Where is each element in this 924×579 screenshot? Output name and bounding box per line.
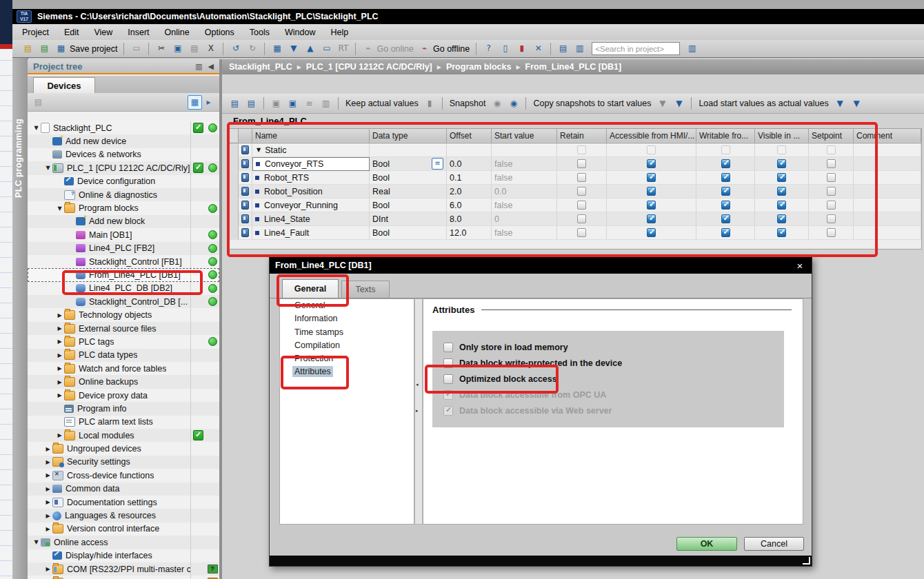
cancel-button[interactable]: Cancel [744, 537, 804, 551]
upload-from-device-icon[interactable]: ▲ [303, 42, 317, 55]
keep-actual-values-icon[interactable]: ▮ [423, 97, 437, 110]
project-library-icon[interactable]: ▥ [685, 42, 699, 55]
menu-help[interactable]: Help [330, 28, 348, 37]
dialog-tab-general[interactable]: General [282, 279, 339, 298]
tree-item-program-blocks[interactable]: ▼Program blocks [28, 201, 219, 214]
cell-start-value[interactable]: 0 [492, 212, 557, 226]
tree-item-plc-tags[interactable]: ▶PLC tags [28, 335, 219, 348]
dialog-nav-information[interactable]: Information [280, 312, 414, 325]
expander-icon[interactable]: ▶ [43, 526, 52, 532]
setpoint-checkbox[interactable] [827, 145, 836, 154]
load-all-start-values-icon[interactable]: ▼ [850, 97, 864, 110]
cell-name[interactable]: Conveyor_Running [252, 199, 370, 212]
go-offline-button[interactable]: ⌁Go offline [417, 42, 471, 55]
menu-tools[interactable]: Tools [250, 28, 270, 37]
columns-icon[interactable]: ▥ [195, 62, 202, 71]
compile-icon[interactable]: ▦ [270, 42, 284, 55]
writable-hmi-checkbox[interactable] [721, 187, 730, 196]
tree-item-device-configuration[interactable]: Device configuration [28, 175, 219, 188]
cell-name[interactable]: Line4_State [252, 212, 370, 226]
visible-hmi-checkbox[interactable] [777, 159, 786, 168]
accessible-hmi-checkbox[interactable] [647, 173, 656, 182]
row-selector[interactable] [229, 185, 239, 199]
cell-data-type[interactable] [370, 143, 447, 157]
load-start-as-actual-icon[interactable]: ▼ [833, 97, 847, 110]
tree-item-display-hide-interfaces[interactable]: Display/hide interfaces [28, 549, 219, 562]
cell-offset[interactable]: 8.0 [447, 212, 492, 226]
visible-hmi-checkbox[interactable] [777, 201, 786, 210]
cell-data-type[interactable]: DInt [370, 212, 447, 226]
cell-comment[interactable] [854, 171, 921, 185]
tree-item-plc-alarm-text-lists[interactable]: PLC alarm text lists [28, 416, 219, 429]
expander-icon[interactable]: ▼ [32, 125, 41, 131]
cell-data-type[interactable]: Bool≡ [370, 157, 447, 171]
expander-icon[interactable]: ▶ [43, 446, 52, 452]
expander-icon[interactable]: ▶ [55, 325, 64, 332]
close-icon[interactable]: × [794, 260, 806, 272]
insert-row-icon[interactable]: ▤ [228, 97, 242, 110]
menu-window[interactable]: Window [285, 28, 315, 37]
cell-offset[interactable]: 0.1 [447, 171, 492, 185]
menu-insert[interactable]: Insert [128, 28, 149, 37]
retain-checkbox[interactable] [577, 201, 586, 210]
cell-data-type[interactable]: Real [370, 185, 447, 199]
tree-item-from-line4-plc-db1[interactable]: From_Line4_PLC [DB1] [28, 268, 219, 281]
cell-comment[interactable] [854, 212, 921, 226]
menu-online[interactable]: Online [165, 28, 190, 37]
writable-hmi-checkbox[interactable] [721, 214, 730, 223]
insert-row-below-icon[interactable]: ▤ [244, 97, 259, 110]
expander-icon[interactable]: ▶ [55, 379, 64, 385]
cell-comment[interactable] [854, 226, 921, 240]
cell-name[interactable]: Robot_RTS [252, 171, 370, 185]
accessible-hmi-checkbox[interactable] [647, 201, 656, 210]
breadcrumb-program-blocks[interactable]: Program blocks [446, 62, 511, 72]
tree-item-local-modules[interactable]: ▶Local modules [28, 429, 219, 442]
start-cpu-icon[interactable]: ▭ [319, 42, 334, 55]
undo-icon[interactable]: ↺ [228, 42, 243, 55]
tree-item-online-diagnostics[interactable]: Online & diagnostics [28, 188, 219, 201]
breadcrumb-stacklight-plc[interactable]: Stacklight_PLC [229, 62, 292, 72]
cell-name[interactable]: Robot_Position [252, 185, 370, 199]
menu-view[interactable]: View [94, 28, 112, 37]
cell-offset[interactable]: 6.0 [447, 199, 492, 212]
tree-item-online-backups[interactable]: ▶Online backups [28, 375, 219, 388]
tab-devices[interactable]: Devices [33, 77, 95, 94]
row-selector[interactable] [229, 226, 239, 240]
cell-data-type[interactable]: Bool [370, 171, 447, 185]
cell-name[interactable]: Conveyor_RTS [252, 157, 370, 171]
tree-item-stacklight-control-db[interactable]: Stacklight_Control_DB [... [28, 295, 219, 308]
setpoint-checkbox[interactable] [827, 159, 836, 168]
cell-start-value[interactable]: false [492, 171, 557, 185]
dialog-nav-time-stamps[interactable]: Time stamps [280, 326, 414, 339]
row-selector[interactable] [229, 171, 239, 185]
copy-all-snapshots-icon[interactable]: ▼ [672, 97, 686, 110]
tree-item-stacklight-plc[interactable]: ▼Stacklight_PLC [28, 121, 219, 134]
expand-elements-icon[interactable]: ≡ [302, 97, 317, 110]
details-view-icon[interactable]: ▦ [188, 95, 202, 110]
tree-item-stacklight-control-fb1[interactable]: Stacklight_Control [FB1] [28, 255, 219, 268]
paste-icon[interactable]: ▤ [187, 42, 201, 55]
tree-item-plc-data-types[interactable]: ▶PLC data types [28, 349, 219, 362]
cell-offset[interactable] [447, 143, 492, 157]
accessible-hmi-checkbox[interactable] [647, 145, 656, 154]
tree-item-devices-networks[interactable]: Devices & networks [28, 148, 219, 161]
snapshot-now-icon[interactable]: ◉ [490, 97, 504, 110]
writable-hmi-checkbox[interactable] [721, 159, 730, 168]
visible-hmi-checkbox[interactable] [777, 145, 786, 154]
tree-item-line4-plc-db-db2[interactable]: Line4_PLC_DB [DB2] [28, 282, 219, 295]
column-header-offset[interactable]: Offset [447, 129, 492, 143]
retain-checkbox[interactable] [577, 159, 586, 168]
column-header-visible-in[interactable]: Visible in ... [755, 129, 809, 143]
cell-name[interactable]: ▼Static [252, 143, 370, 157]
cell-start-value[interactable]: false [492, 157, 557, 171]
cell-data-type[interactable]: Bool [370, 226, 447, 240]
tree-item-realtek-pcie-gbe-family-con[interactable]: ▼Realtek PCIe GBE Family Con... [28, 576, 219, 579]
datatype-picker-icon[interactable]: ≡ [432, 158, 443, 170]
optimized-block-access-checkbox[interactable] [443, 374, 453, 384]
menu-project[interactable]: Project [22, 28, 49, 37]
setpoint-checkbox[interactable] [827, 187, 836, 196]
tree-item-cross-device-functions[interactable]: ▶Cross-device functions [28, 469, 219, 482]
tree-item-main-ob1[interactable]: Main [OB1] [28, 228, 219, 241]
accessible-hmi-checkbox[interactable] [647, 228, 656, 237]
cell-comment[interactable] [854, 157, 921, 171]
